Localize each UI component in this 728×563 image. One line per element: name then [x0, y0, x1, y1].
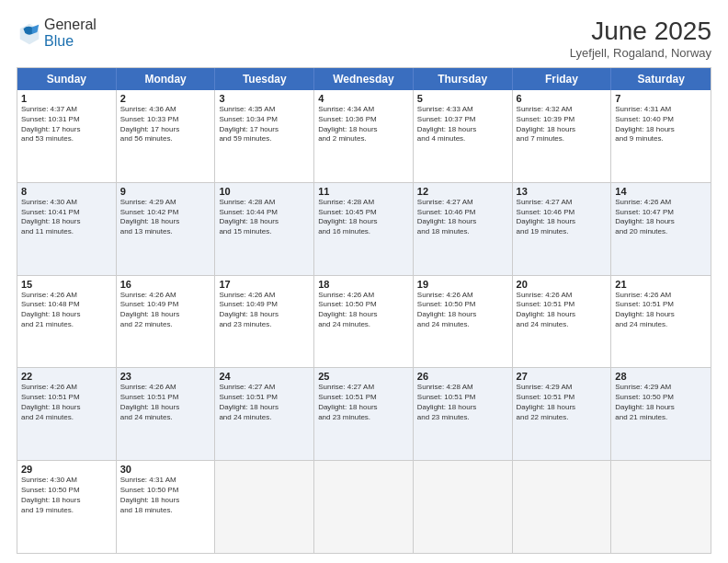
day-num: 6	[517, 93, 608, 104]
day-num: 16	[120, 279, 211, 290]
day-num: 8	[21, 186, 112, 197]
cell-28: 28 Sunrise: 4:29 AMSunset: 10:50 PMDayli…	[611, 368, 711, 460]
cell-info: Sunrise: 4:26 AMSunset: 10:51 PMDaylight…	[120, 383, 211, 422]
day-num: 25	[318, 371, 409, 382]
header-saturday: Saturday	[611, 68, 711, 90]
page: General Blue June 2025 Lyefjell, Rogalan…	[0, 0, 728, 563]
cell-info: Sunrise: 4:26 AMSunset: 10:50 PMDaylight…	[318, 291, 409, 330]
cal-row-4: 22 Sunrise: 4:26 AMSunset: 10:51 PMDayli…	[17, 367, 711, 460]
day-num: 18	[318, 279, 409, 290]
cell-info: Sunrise: 4:29 AMSunset: 10:42 PMDaylight…	[120, 198, 211, 237]
calendar: Sunday Monday Tuesday Wednesday Thursday…	[17, 67, 711, 554]
day-num: 29	[21, 464, 112, 475]
cell-info: Sunrise: 4:29 AMSunset: 10:50 PMDaylight…	[615, 383, 707, 422]
cell-16: 16 Sunrise: 4:26 AMSunset: 10:49 PMDayli…	[117, 276, 216, 368]
cell-empty-5	[611, 461, 711, 553]
cell-info: Sunrise: 4:27 AMSunset: 10:46 PMDaylight…	[517, 198, 608, 237]
cell-6: 6 Sunrise: 4:32 AMSunset: 10:39 PMDaylig…	[513, 90, 612, 182]
day-num: 11	[318, 186, 409, 197]
day-num: 20	[517, 279, 608, 290]
cell-info: Sunrise: 4:28 AMSunset: 10:45 PMDaylight…	[318, 198, 409, 237]
logo-general: General	[44, 17, 97, 32]
day-num: 17	[219, 279, 310, 290]
cell-2: 2 Sunrise: 4:36 AMSunset: 10:33 PMDaylig…	[117, 90, 216, 182]
cell-3: 3 Sunrise: 4:35 AMSunset: 10:34 PMDaylig…	[215, 90, 314, 182]
cell-info: Sunrise: 4:27 AMSunset: 10:51 PMDaylight…	[219, 383, 310, 422]
cell-12: 12 Sunrise: 4:27 AMSunset: 10:46 PMDayli…	[414, 183, 513, 275]
logo: General Blue	[17, 17, 97, 50]
day-num: 14	[615, 186, 707, 197]
cell-info: Sunrise: 4:26 AMSunset: 10:49 PMDaylight…	[219, 291, 310, 330]
day-num: 3	[219, 93, 310, 104]
cell-info: Sunrise: 4:29 AMSunset: 10:51 PMDaylight…	[517, 383, 608, 422]
day-num: 26	[417, 371, 508, 382]
cell-27: 27 Sunrise: 4:29 AMSunset: 10:51 PMDayli…	[513, 368, 612, 460]
cell-25: 25 Sunrise: 4:27 AMSunset: 10:51 PMDayli…	[314, 368, 414, 460]
day-num: 7	[615, 93, 707, 104]
day-num: 13	[517, 186, 608, 197]
page-subtitle: Lyefjell, Rogaland, Norway	[570, 46, 711, 60]
cell-24: 24 Sunrise: 4:27 AMSunset: 10:51 PMDayli…	[215, 368, 314, 460]
header-friday: Friday	[513, 68, 612, 90]
page-title: June 2025	[570, 17, 711, 46]
cell-26: 26 Sunrise: 4:28 AMSunset: 10:51 PMDayli…	[414, 368, 513, 460]
day-num: 2	[120, 93, 211, 104]
cell-19: 19 Sunrise: 4:26 AMSunset: 10:50 PMDayli…	[414, 276, 513, 368]
cell-info: Sunrise: 4:27 AMSunset: 10:51 PMDaylight…	[318, 383, 409, 422]
cal-row-5: 29 Sunrise: 4:30 AMSunset: 10:50 PMDayli…	[17, 460, 711, 553]
cal-row-3: 15 Sunrise: 4:26 AMSunset: 10:48 PMDayli…	[17, 275, 711, 368]
cell-15: 15 Sunrise: 4:26 AMSunset: 10:48 PMDayli…	[17, 276, 117, 368]
cell-13: 13 Sunrise: 4:27 AMSunset: 10:46 PMDayli…	[513, 183, 612, 275]
cell-29: 29 Sunrise: 4:30 AMSunset: 10:50 PMDayli…	[17, 461, 117, 553]
day-num: 5	[417, 93, 508, 104]
logo-text: General Blue	[44, 17, 97, 50]
cell-info: Sunrise: 4:26 AMSunset: 10:47 PMDaylight…	[615, 198, 707, 237]
day-num: 15	[21, 279, 112, 290]
cell-info: Sunrise: 4:31 AMSunset: 10:50 PMDaylight…	[120, 476, 211, 515]
cell-14: 14 Sunrise: 4:26 AMSunset: 10:47 PMDayli…	[611, 183, 711, 275]
day-num: 30	[120, 464, 211, 475]
cell-info: Sunrise: 4:28 AMSunset: 10:44 PMDaylight…	[219, 198, 310, 237]
cell-empty-1	[215, 461, 314, 553]
cell-info: Sunrise: 4:26 AMSunset: 10:48 PMDaylight…	[21, 291, 112, 330]
cell-7: 7 Sunrise: 4:31 AMSunset: 10:40 PMDaylig…	[611, 90, 711, 182]
header: General Blue June 2025 Lyefjell, Rogalan…	[17, 17, 711, 60]
cell-info: Sunrise: 4:35 AMSunset: 10:34 PMDaylight…	[219, 105, 310, 144]
cell-info: Sunrise: 4:30 AMSunset: 10:41 PMDaylight…	[21, 198, 112, 237]
cell-empty-2	[314, 461, 414, 553]
day-num: 28	[615, 371, 707, 382]
cell-info: Sunrise: 4:34 AMSunset: 10:36 PMDaylight…	[318, 105, 409, 144]
calendar-header: Sunday Monday Tuesday Wednesday Thursday…	[17, 68, 711, 90]
cell-1: 1 Sunrise: 4:37 AMSunset: 10:31 PMDaylig…	[17, 90, 117, 182]
cell-11: 11 Sunrise: 4:28 AMSunset: 10:45 PMDayli…	[314, 183, 414, 275]
cell-info: Sunrise: 4:36 AMSunset: 10:33 PMDaylight…	[120, 105, 211, 144]
cell-info: Sunrise: 4:37 AMSunset: 10:31 PMDaylight…	[21, 105, 112, 144]
day-num: 27	[517, 371, 608, 382]
cell-info: Sunrise: 4:27 AMSunset: 10:46 PMDaylight…	[417, 198, 508, 237]
cell-info: Sunrise: 4:26 AMSunset: 10:49 PMDaylight…	[120, 291, 211, 330]
logo-icon	[17, 20, 42, 46]
cell-21: 21 Sunrise: 4:26 AMSunset: 10:51 PMDayli…	[611, 276, 711, 368]
cell-4: 4 Sunrise: 4:34 AMSunset: 10:36 PMDaylig…	[314, 90, 414, 182]
day-num: 23	[120, 371, 211, 382]
cell-8: 8 Sunrise: 4:30 AMSunset: 10:41 PMDaylig…	[17, 183, 117, 275]
logo-blue: Blue	[44, 33, 74, 49]
day-num: 19	[417, 279, 508, 290]
cell-info: Sunrise: 4:26 AMSunset: 10:51 PMDaylight…	[21, 383, 112, 422]
day-num: 4	[318, 93, 409, 104]
cell-info: Sunrise: 4:26 AMSunset: 10:50 PMDaylight…	[417, 291, 508, 330]
cell-info: Sunrise: 4:26 AMSunset: 10:51 PMDaylight…	[615, 291, 707, 330]
day-num: 21	[615, 279, 707, 290]
cal-row-2: 8 Sunrise: 4:30 AMSunset: 10:41 PMDaylig…	[17, 182, 711, 275]
cell-info: Sunrise: 4:33 AMSunset: 10:37 PMDaylight…	[417, 105, 508, 144]
day-num: 12	[417, 186, 508, 197]
cell-10: 10 Sunrise: 4:28 AMSunset: 10:44 PMDayli…	[215, 183, 314, 275]
cell-info: Sunrise: 4:28 AMSunset: 10:51 PMDaylight…	[417, 383, 508, 422]
cell-5: 5 Sunrise: 4:33 AMSunset: 10:37 PMDaylig…	[414, 90, 513, 182]
header-thursday: Thursday	[414, 68, 513, 90]
header-monday: Monday	[117, 68, 216, 90]
cell-info: Sunrise: 4:32 AMSunset: 10:39 PMDaylight…	[517, 105, 608, 144]
cell-9: 9 Sunrise: 4:29 AMSunset: 10:42 PMDaylig…	[117, 183, 216, 275]
calendar-body: 1 Sunrise: 4:37 AMSunset: 10:31 PMDaylig…	[17, 90, 711, 553]
cell-17: 17 Sunrise: 4:26 AMSunset: 10:49 PMDayli…	[215, 276, 314, 368]
